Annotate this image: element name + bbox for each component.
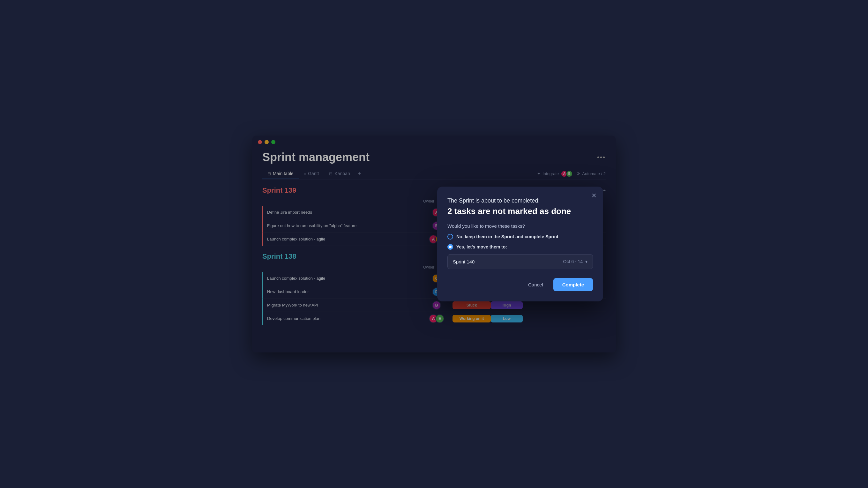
chevron-down-icon: ▾	[585, 259, 588, 264]
radio-option-yes[interactable]: Yes, let's move them to:	[447, 244, 593, 250]
app-window: Sprint management ••• ⊞ Main table ≡ Gan…	[252, 135, 616, 352]
cancel-button[interactable]: Cancel	[523, 279, 548, 291]
complete-sprint-modal: ✕ The Sprint is about to be completed: 2…	[437, 187, 603, 301]
radio-label-no: No, keep them in the Sprint and complete…	[456, 234, 558, 239]
radio-option-no[interactable]: No, keep them in the Sprint and complete…	[447, 234, 593, 239]
modal-actions: Cancel Complete	[447, 278, 593, 291]
modal-title: 2 tasks are not marked as done	[447, 206, 593, 217]
sprint-select-date: Oct 6 - 14	[563, 259, 583, 264]
sprint-select-dropdown[interactable]: Sprint 140 Oct 6 - 14 ▾	[447, 254, 593, 269]
complete-button[interactable]: Complete	[553, 278, 593, 291]
modal-close-button[interactable]: ✕	[591, 192, 597, 199]
sprint-select-name: Sprint 140	[453, 259, 474, 264]
sprint-select-right: Oct 6 - 14 ▾	[563, 259, 588, 264]
modal-subtitle: The Sprint is about to be completed:	[447, 197, 593, 205]
radio-circle-no	[447, 234, 453, 239]
radio-circle-yes	[447, 244, 453, 250]
modal-question: Would you like to move these tasks?	[447, 223, 593, 229]
modal-overlay: ✕ The Sprint is about to be completed: 2…	[252, 135, 616, 352]
radio-label-yes: Yes, let's move them to:	[456, 244, 507, 250]
